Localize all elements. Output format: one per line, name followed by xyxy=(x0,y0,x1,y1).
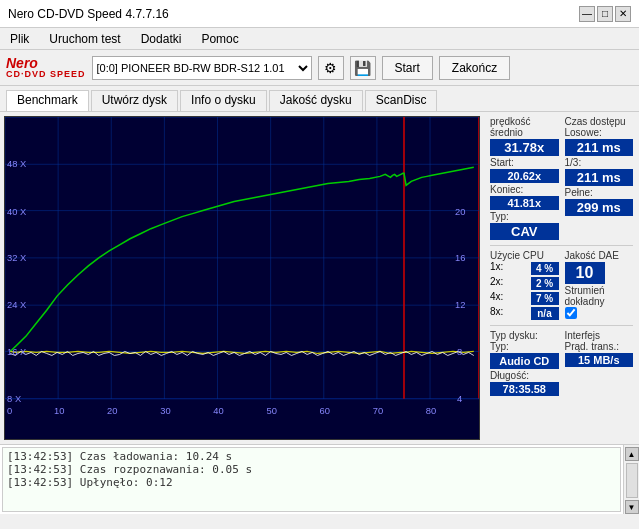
nero-logo: Nero CD·DVD SPEED xyxy=(6,56,86,79)
duration-value: 78:35.58 xyxy=(490,382,559,396)
log-entry-3: [13:42:53] Upłynęło: 0:12 xyxy=(7,476,616,489)
toolbar: Nero CD·DVD SPEED [0:0] PIONEER BD-RW BD… xyxy=(0,50,639,86)
speed-start-label: Start: xyxy=(490,157,559,168)
dae-section: Jakość DAE 10 Strumień dokładny xyxy=(565,250,634,321)
svg-text:30: 30 xyxy=(160,406,170,416)
speed-avg-value: 31.78x xyxy=(490,139,559,156)
scrollbar-down[interactable]: ▼ xyxy=(625,500,639,514)
dae-label: Jakość DAE xyxy=(565,250,634,261)
disc-interface-section: Typ dysku: Typ: Audio CD Długość: 78:35.… xyxy=(490,330,633,397)
speed-end-value: 41.81x xyxy=(490,196,559,210)
log-entry-2: [13:42:53] Czas rozpoznawania: 0.05 s xyxy=(7,463,616,476)
full-value: 299 ms xyxy=(565,199,634,216)
divider-1 xyxy=(490,245,633,246)
type-value: CAV xyxy=(490,223,559,240)
log-entry-1: [13:42:53] Czas ładowania: 10.24 s xyxy=(7,450,616,463)
stream-label: Strumień xyxy=(565,285,634,296)
menu-pomoc[interactable]: Pomoc xyxy=(195,30,244,48)
interface-label: Interfejs xyxy=(565,330,634,341)
minimize-button[interactable]: — xyxy=(579,6,595,22)
tab-create-disc[interactable]: Utwórz dysk xyxy=(91,90,178,111)
cpu-x4-row: 4x: 7 % xyxy=(490,291,559,306)
svg-text:24 X: 24 X xyxy=(7,300,26,310)
cpu-x2-row: 2x: 2 % xyxy=(490,276,559,291)
svg-text:8: 8 xyxy=(457,348,462,358)
cpu-x4-label: 4x: xyxy=(490,291,503,306)
cpu-x4-value: 7 % xyxy=(531,292,559,305)
disc-type-value: Audio CD xyxy=(490,353,559,369)
cpu-x8-label: 8x: xyxy=(490,306,503,321)
interface-section: Interfejs Prąd. trans.: 15 MB/s xyxy=(565,330,634,397)
svg-text:32 X: 32 X xyxy=(7,253,26,263)
type-label: Typ: xyxy=(490,211,559,222)
svg-text:70: 70 xyxy=(373,406,383,416)
cpu-x2-value: 2 % xyxy=(531,277,559,290)
svg-text:48 X: 48 X xyxy=(7,159,26,169)
tab-benchmark[interactable]: Benchmark xyxy=(6,90,89,111)
start-button[interactable]: Start xyxy=(382,56,433,80)
svg-rect-0 xyxy=(5,117,479,439)
disc-section: Typ dysku: Typ: Audio CD Długość: 78:35.… xyxy=(490,330,559,397)
drive-select[interactable]: [0:0] PIONEER BD-RW BDR-S12 1.01 xyxy=(92,56,312,80)
maximize-button[interactable]: □ xyxy=(597,6,613,22)
disc-type-sublabel: Typ: xyxy=(490,341,559,352)
nero-logo-top: Nero xyxy=(6,56,86,70)
toolbar-icon-btn-2[interactable]: 💾 xyxy=(350,56,376,80)
stream-checkbox-row xyxy=(565,307,634,319)
cpu-x1-label: 1x: xyxy=(490,261,503,276)
menu-uruchom[interactable]: Uruchom test xyxy=(43,30,126,48)
log-scrollbar[interactable]: ▲ ▼ xyxy=(623,445,639,514)
duration-label: Długość: xyxy=(490,370,559,381)
svg-text:12: 12 xyxy=(455,300,465,310)
tab-disc-info[interactable]: Info o dysku xyxy=(180,90,267,111)
end-button[interactable]: Zakończ xyxy=(439,56,510,80)
title-bar-controls: — □ ✕ xyxy=(579,6,631,22)
stream-checkbox[interactable] xyxy=(565,307,577,319)
access-section: Czas dostępu Losowe: 211 ms 1/3: 211 ms … xyxy=(565,116,634,241)
cpu-label: Użycie CPU xyxy=(490,250,559,261)
disc-type-label: Typ dysku: xyxy=(490,330,559,341)
speed-start-value: 20.62x xyxy=(490,169,559,183)
stats-panel: prędkość średnio 31.78x Start: 20.62x Ko… xyxy=(484,112,639,444)
cpu-x8-value: n/a xyxy=(531,307,559,320)
cpu-dae-section: Użycie CPU 1x: 4 % 2x: 2 % 4x: 7 % 8x: n… xyxy=(490,250,633,321)
full-label: Pełne: xyxy=(565,187,634,198)
speed-section: prędkość średnio 31.78x Start: 20.62x Ko… xyxy=(490,116,559,241)
random-value: 211 ms xyxy=(565,139,634,156)
log-area: [13:42:53] Czas ładowania: 10.24 s [13:4… xyxy=(0,444,639,514)
speed-access-section: prędkość średnio 31.78x Start: 20.62x Ko… xyxy=(490,116,633,241)
chart-area: 8 X 16 X 24 X 32 X 40 X 48 X 4 8 12 16 2… xyxy=(4,116,480,440)
cpu-x1-value: 4 % xyxy=(531,262,559,275)
menu-plik[interactable]: Plik xyxy=(4,30,35,48)
cpu-x8-row: 8x: n/a xyxy=(490,306,559,321)
third-label: 1/3: xyxy=(565,157,634,168)
speed-label: prędkość xyxy=(490,116,559,127)
svg-text:60: 60 xyxy=(320,406,330,416)
chart-svg: 8 X 16 X 24 X 32 X 40 X 48 X 4 8 12 16 2… xyxy=(5,117,479,439)
svg-text:50: 50 xyxy=(266,406,276,416)
scrollbar-up[interactable]: ▲ xyxy=(625,447,639,461)
svg-text:40 X: 40 X xyxy=(7,207,26,217)
cpu-x2-label: 2x: xyxy=(490,276,503,291)
svg-text:16: 16 xyxy=(455,253,465,263)
trans-speed-label: Prąd. trans.: xyxy=(565,341,634,352)
third-value: 211 ms xyxy=(565,169,634,186)
cpu-x1-row: 1x: 4 % xyxy=(490,261,559,276)
menu-dodatki[interactable]: Dodatki xyxy=(135,30,188,48)
app-title: Nero CD-DVD Speed 4.7.7.16 xyxy=(8,7,169,21)
svg-text:16 X: 16 X xyxy=(7,348,26,358)
svg-text:4: 4 xyxy=(457,394,462,404)
access-label: Czas dostępu xyxy=(565,116,634,127)
speed-end-label: Koniec: xyxy=(490,184,559,195)
log-content: [13:42:53] Czas ładowania: 10.24 s [13:4… xyxy=(2,447,621,512)
close-button[interactable]: ✕ xyxy=(615,6,631,22)
tabs-bar: Benchmark Utwórz dysk Info o dysku Jakoś… xyxy=(0,86,639,112)
menu-bar: Plik Uruchom test Dodatki Pomoc xyxy=(0,28,639,50)
svg-text:40: 40 xyxy=(213,406,223,416)
svg-text:8 X: 8 X xyxy=(7,394,21,404)
divider-2 xyxy=(490,325,633,326)
tab-disc-quality[interactable]: Jakość dysku xyxy=(269,90,363,111)
tab-scandisc[interactable]: ScanDisc xyxy=(365,90,438,111)
toolbar-icon-btn-1[interactable]: ⚙ xyxy=(318,56,344,80)
stream-sub: dokładny xyxy=(565,296,634,307)
